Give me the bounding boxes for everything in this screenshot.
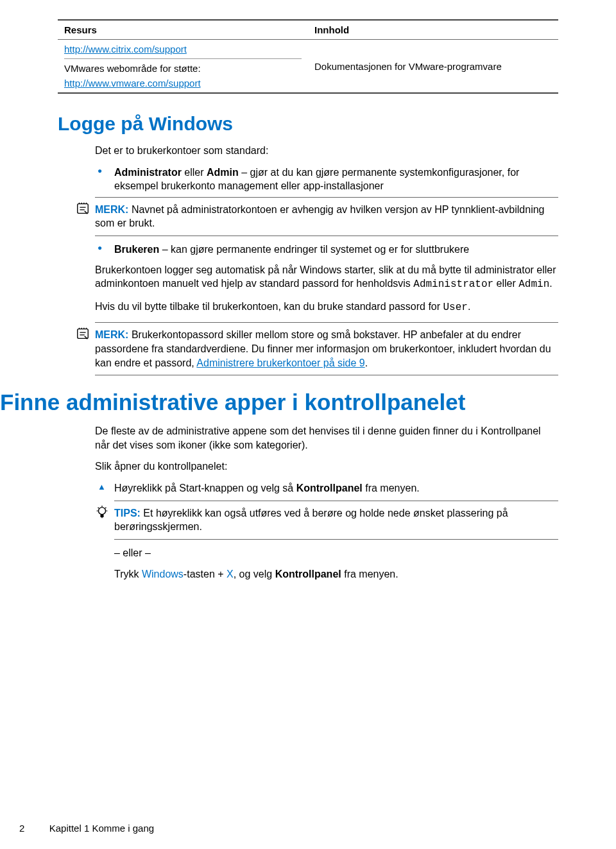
note-text: Navnet på administratorkontoen er avheng… <box>95 204 545 229</box>
note-icon <box>76 202 90 216</box>
note-label: MERK: <box>95 329 128 340</box>
bold-text: Kontrollpanel <box>275 569 341 579</box>
svg-rect-1 <box>78 329 89 339</box>
link-administrere-brukerkontoer[interactable]: Administrere brukerkontoer på side 9 <box>196 357 364 368</box>
tip-icon <box>95 505 109 519</box>
key-text: X <box>227 569 234 579</box>
section-body: Det er to brukerkontoer som standard: Ad… <box>58 144 558 375</box>
paragraph: Hvis du vil bytte tilbake til brukerkont… <box>95 300 558 315</box>
tip-box: TIPS: Et høyreklikk kan også utføres ved… <box>114 501 558 540</box>
bullet-administrator: Administrator eller Admin – gjør at du k… <box>95 166 558 236</box>
text: fra menyen. <box>363 483 420 493</box>
text: eller <box>493 278 518 289</box>
tip-text: Et høyreklikk kan også utføres ved å ber… <box>114 508 508 533</box>
code-text: User <box>443 302 468 313</box>
bold-text: Administrator <box>114 167 182 178</box>
key-text: Windows <box>142 569 184 579</box>
text: eller <box>182 167 207 178</box>
text: . <box>549 278 552 289</box>
note-box: MERK: Brukerkontopassord skiller mellom … <box>95 322 558 375</box>
heading-logge-pa-windows: Logge på Windows <box>58 113 558 135</box>
intro-text: Det er to brukerkontoer som standard: <box>95 144 558 158</box>
text: – kan gjøre permanente endringer til sys… <box>159 244 469 255</box>
chapter-label: Kapittel 1 Komme i gang <box>49 823 154 834</box>
svg-rect-0 <box>78 203 89 213</box>
note-label: MERK: <box>95 204 128 215</box>
link-citrix-support[interactable]: http://www.citrix.com/support <box>64 44 187 55</box>
svg-point-2 <box>99 507 106 514</box>
text: -tasten + <box>184 569 227 579</box>
note-icon <box>76 327 90 341</box>
table-text: Dokumentasjonen for VMware-programvare <box>314 61 502 72</box>
bold-text: Admin <box>207 167 239 178</box>
document-page: Resurs Innhold http://www.citrix.com/sup… <box>0 0 616 849</box>
step-item: Høyreklikk på Start-knappen og velg så K… <box>95 481 558 581</box>
code-text: Admin <box>518 279 549 290</box>
tip-label: TIPS: <box>114 508 141 519</box>
text: , og velg <box>234 569 275 579</box>
page-footer: 2 Kapittel 1 Komme i gang <box>19 823 154 834</box>
text: . <box>468 301 470 312</box>
paragraph: Slik åpner du kontrollpanelet: <box>95 459 558 474</box>
bold-text: Kontrollpanel <box>296 483 363 493</box>
resource-table: Resurs Innhold http://www.citrix.com/sup… <box>58 19 558 94</box>
paragraph: Brukerkontoen logger seg automatisk på n… <box>95 263 558 292</box>
code-text: Administrator <box>413 279 493 290</box>
table-cell: http://www.citrix.com/support VMwares we… <box>58 40 308 94</box>
table-header-innhold: Innhold <box>308 20 558 40</box>
table-text: VMwares webområde for støtte: <box>64 63 201 74</box>
page-number: 2 <box>19 823 24 834</box>
section-body: De fleste av de administrative appene so… <box>58 424 558 581</box>
bold-text: Brukeren <box>114 244 159 255</box>
note-box: MERK: Navnet på administratorkontoen er … <box>95 197 558 236</box>
paragraph: De fleste av de administrative appene so… <box>95 424 558 452</box>
heading-finne-administrative-apper: Finne administrative apper i kontrollpan… <box>0 390 558 415</box>
paragraph: Trykk Windows-tasten + X, og velg Kontro… <box>114 567 558 581</box>
table-cell: Dokumentasjonen for VMware-programvare <box>308 40 558 94</box>
text: Trykk <box>114 569 142 579</box>
table-header-resurs: Resurs <box>58 20 308 40</box>
link-vmware-support[interactable]: http://www.vmware.com/support <box>64 78 201 89</box>
or-separator: – eller – <box>114 546 558 560</box>
text: . <box>365 357 368 368</box>
bullet-brukeren: Brukeren – kan gjøre permanente endringe… <box>95 243 558 257</box>
text: fra menyen. <box>341 569 398 579</box>
text: Hvis du vil bytte tilbake til brukerkont… <box>95 301 443 312</box>
text: Høyreklikk på Start-knappen og velg så <box>114 483 296 493</box>
